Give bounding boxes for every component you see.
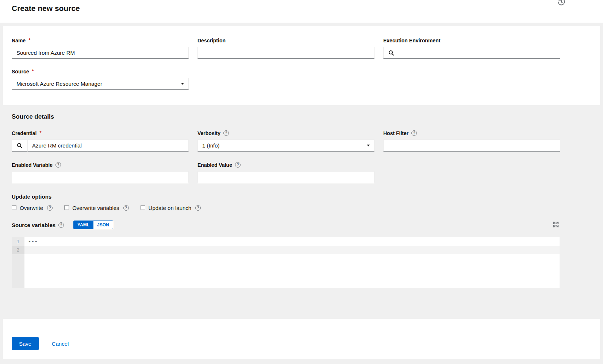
update-on-launch-checkbox-item[interactable]: Update on launch ? — [141, 205, 201, 211]
overwrite-checkbox-item[interactable]: Overwrite ? — [12, 205, 53, 211]
editor-line: 2 — [12, 246, 560, 254]
editor-line-content — [24, 246, 28, 254]
form-card: Name * Description Execution Environment — [3, 26, 600, 359]
yaml-toggle-button[interactable]: YAML — [73, 221, 93, 229]
page-title: Create new source — [12, 4, 80, 13]
source-field-group: Source * Microsoft Azure Resource Manage… — [12, 68, 189, 90]
search-icon — [388, 50, 394, 56]
source-variables-label: Source variables — [12, 222, 55, 228]
cancel-link[interactable]: Cancel — [52, 341, 69, 347]
history-button[interactable] — [557, 0, 566, 6]
enabled-variable-field-group: Enabled Variable ? — [12, 162, 189, 183]
required-asterisk: * — [39, 130, 41, 135]
enabled-value-field-group: Enabled Value ? — [197, 162, 375, 183]
verbosity-select[interactable]: 1 (Info) — [197, 139, 375, 152]
enabled-value-input[interactable] — [197, 171, 375, 183]
host-filter-input[interactable] — [383, 139, 560, 152]
source-select[interactable]: Microsoft Azure Resource Manager — [12, 78, 189, 90]
chevron-down-icon — [181, 83, 184, 85]
update-options-row: Overwrite ? Overwrite variables ? Update… — [12, 205, 591, 211]
help-icon[interactable]: ? — [223, 130, 229, 136]
description-input[interactable] — [197, 47, 375, 59]
json-toggle-button[interactable]: JSON — [93, 221, 113, 229]
execution-environment-field-group: Execution Environment — [383, 37, 560, 59]
execution-environment-label: Execution Environment — [383, 38, 440, 43]
name-field-group: Name * — [12, 37, 189, 59]
form-top-section: Name * Description Execution Environment — [3, 26, 600, 105]
help-icon[interactable]: ? — [123, 205, 129, 211]
update-on-launch-checkbox-label: Update on launch — [149, 205, 192, 211]
overwrite-variables-checkbox-item[interactable]: Overwrite variables ? — [64, 205, 128, 211]
expand-arrows-icon — [552, 221, 560, 228]
editor-line: 1 --- — [12, 237, 560, 246]
credential-field-group: Credential * — [12, 130, 189, 152]
source-details-heading: Source details — [12, 113, 591, 120]
editor-line-number: 2 — [12, 246, 24, 254]
overwrite-checkbox-label: Overwrite — [20, 205, 43, 211]
credential-label: Credential — [12, 130, 37, 136]
host-filter-field-group: Host Filter ? — [383, 130, 560, 152]
verbosity-field-group: Verbosity ? 1 (Info) — [197, 130, 375, 152]
editor-line-number: 1 — [12, 237, 24, 246]
source-label: Source — [12, 69, 29, 74]
update-options-heading: Update options — [12, 194, 591, 200]
save-button[interactable]: Save — [12, 337, 39, 350]
execution-environment-search-button[interactable] — [383, 47, 399, 59]
help-icon[interactable]: ? — [47, 205, 53, 211]
editor-line-content: --- — [24, 237, 38, 246]
overwrite-variables-checkbox[interactable] — [64, 205, 69, 210]
help-icon[interactable]: ? — [58, 222, 64, 228]
name-label: Name — [12, 38, 26, 43]
enabled-variable-label: Enabled Variable — [12, 162, 53, 168]
overwrite-variables-checkbox-label: Overwrite variables — [72, 205, 119, 211]
page-header: Create new source — [0, 0, 603, 23]
source-variables-editor[interactable]: 1 --- 2 — [12, 237, 560, 288]
chevron-down-icon — [367, 145, 370, 146]
source-select-value: Microsoft Azure Resource Manager — [16, 81, 102, 87]
enabled-variable-input[interactable] — [12, 171, 189, 183]
required-asterisk: * — [32, 68, 34, 74]
credential-input[interactable] — [28, 139, 189, 152]
history-icon — [557, 0, 566, 6]
execution-environment-input[interactable] — [399, 47, 560, 59]
description-field-group: Description — [197, 37, 375, 59]
description-label: Description — [197, 38, 226, 43]
update-on-launch-checkbox[interactable] — [141, 205, 145, 210]
help-icon[interactable]: ? — [411, 130, 417, 136]
credential-search-button[interactable] — [12, 139, 28, 152]
expand-button[interactable] — [552, 221, 560, 229]
verbosity-select-value: 1 (Info) — [202, 142, 220, 149]
source-variables-row: Source variables ? YAML JSON — [12, 221, 560, 229]
required-asterisk: * — [28, 37, 30, 43]
host-filter-label: Host Filter — [383, 130, 408, 136]
enabled-value-label: Enabled Value — [197, 162, 232, 168]
source-details-section: Source details Credential * — [3, 105, 600, 319]
verbosity-label: Verbosity — [197, 130, 220, 136]
overwrite-checkbox[interactable] — [12, 205, 16, 210]
name-input[interactable] — [12, 47, 189, 59]
source-variables-mode-toggle: YAML JSON — [73, 221, 113, 229]
search-icon — [17, 143, 23, 149]
help-icon[interactable]: ? — [235, 162, 241, 168]
help-icon[interactable]: ? — [55, 162, 61, 168]
form-actions: Save Cancel — [3, 319, 600, 359]
help-icon[interactable]: ? — [195, 205, 201, 211]
